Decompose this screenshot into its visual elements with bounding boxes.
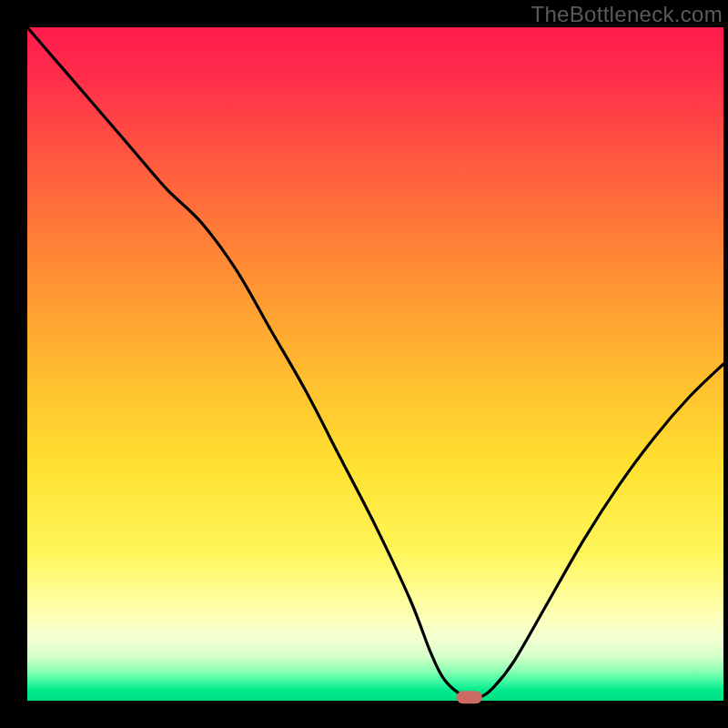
plot-area [27, 27, 723, 701]
bottleneck-chart [0, 0, 728, 728]
chart-container: TheBottleneck.com [0, 0, 728, 728]
attribution-label: TheBottleneck.com [531, 2, 723, 27]
optimal-marker [457, 691, 482, 703]
